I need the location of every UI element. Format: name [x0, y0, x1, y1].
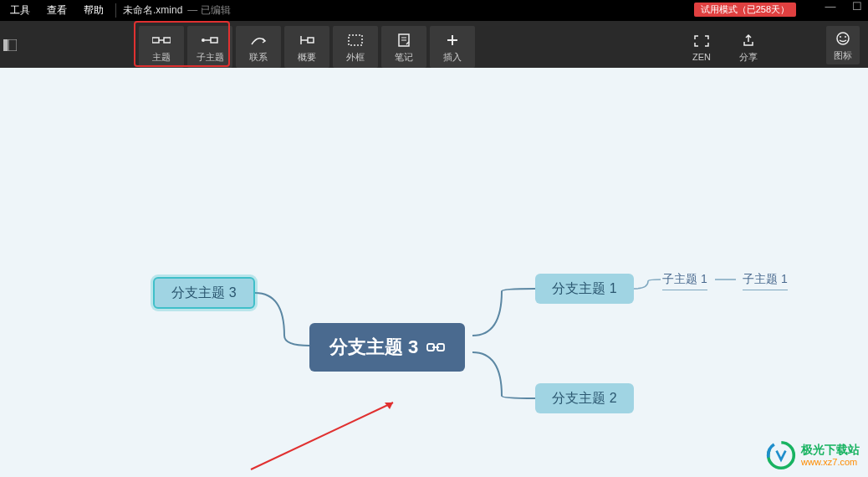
insert-icon [446, 31, 459, 49]
toolbar: 主题 子主题 联系 概要 外框 [0, 21, 868, 68]
file-title: 未命名.xmind [115, 3, 182, 18]
insert-button[interactable]: 插入 [430, 26, 475, 68]
zen-button[interactable]: ZEN [682, 26, 721, 68]
node-branch2[interactable]: 分支主题 2 [535, 383, 634, 413]
svg-rect-0 [3, 39, 8, 51]
sidebar-toggle-icon[interactable] [3, 39, 17, 54]
svg-marker-24 [385, 403, 393, 409]
svg-rect-7 [211, 38, 217, 43]
menu-help[interactable]: 帮助 [75, 3, 112, 18]
svg-rect-1 [8, 39, 17, 51]
relation-label: 联系 [249, 51, 268, 64]
canvas[interactable]: 分支主题 3 分支主题 3 分支主题 1 分支主题 2 子主题 1 子主题 1 … [0, 68, 868, 477]
share-icon [742, 31, 755, 49]
insert-label: 插入 [443, 51, 462, 64]
boundary-button[interactable]: 外框 [333, 26, 378, 68]
watermark-url: www.xz7.com [801, 457, 860, 467]
node-text: 子主题 1 [743, 272, 788, 287]
summary-icon [299, 31, 314, 49]
subtopic-label: 子主题 [197, 51, 224, 64]
icons-label: 图标 [834, 49, 852, 62]
node-sub2[interactable]: 子主题 1 [743, 272, 788, 290]
svg-point-18 [840, 36, 841, 38]
note-icon [397, 31, 411, 49]
arrow-annotation [243, 394, 410, 477]
watermark: 极光下载站 www.xz7.com [766, 440, 860, 470]
smiley-icon [835, 29, 850, 48]
minimize-button[interactable]: — [823, 0, 838, 13]
svg-point-17 [837, 33, 849, 44]
menubar: 工具 查看 帮助 未命名.xmind — 已编辑 试用模式（已258天） — ☐ [0, 0, 868, 21]
relation-icon [250, 31, 267, 49]
relation-button[interactable]: 联系 [236, 26, 281, 68]
maximize-button[interactable]: ☐ [850, 0, 865, 13]
topic-icon [152, 31, 171, 49]
summary-label: 概要 [298, 51, 316, 64]
summary-button[interactable]: 概要 [284, 26, 329, 68]
topic-label: 主题 [152, 51, 171, 64]
watermark-title: 极光下载站 [801, 444, 860, 456]
svg-rect-2 [152, 38, 159, 43]
node-central[interactable]: 分支主题 3 [309, 323, 465, 372]
svg-point-5 [202, 38, 205, 42]
connectors [0, 68, 868, 477]
window-controls: — ☐ [823, 0, 865, 13]
note-label: 笔记 [395, 51, 413, 64]
node-text: 分支主题 1 [552, 280, 616, 298]
subtopic-icon [201, 31, 219, 49]
menu-view[interactable]: 查看 [38, 3, 75, 18]
subtopic-button[interactable]: 子主题 [187, 26, 232, 68]
trial-badge[interactable]: 试用模式（已258天） [694, 3, 796, 17]
node-text: 分支主题 3 [171, 285, 236, 302]
icons-button[interactable]: 图标 [826, 26, 860, 64]
svg-rect-4 [164, 38, 171, 43]
svg-line-23 [251, 403, 393, 469]
link-icon [426, 340, 445, 355]
topic-button[interactable]: 主题 [139, 26, 184, 68]
node-branch1[interactable]: 分支主题 1 [535, 274, 634, 304]
share-button[interactable]: 分享 [729, 26, 768, 68]
svg-rect-10 [308, 38, 314, 43]
note-button[interactable]: 笔记 [381, 26, 426, 68]
svg-point-19 [845, 36, 846, 38]
node-sub1[interactable]: 子主题 1 [662, 272, 707, 290]
boundary-icon [348, 31, 363, 49]
file-edited: — 已编辑 [187, 3, 230, 18]
zen-label: ZEN [692, 52, 711, 62]
watermark-logo-icon [766, 440, 796, 470]
node-text: 分支主题 2 [552, 390, 616, 408]
boundary-label: 外框 [346, 51, 365, 64]
node-central-text: 分支主题 3 [329, 335, 418, 360]
node-text: 子主题 1 [662, 272, 707, 287]
zen-icon [694, 32, 709, 50]
menu-tools[interactable]: 工具 [2, 3, 38, 18]
svg-rect-11 [349, 35, 362, 45]
share-label: 分享 [739, 51, 758, 64]
node-branch3-selected[interactable]: 分支主题 3 [153, 277, 255, 309]
